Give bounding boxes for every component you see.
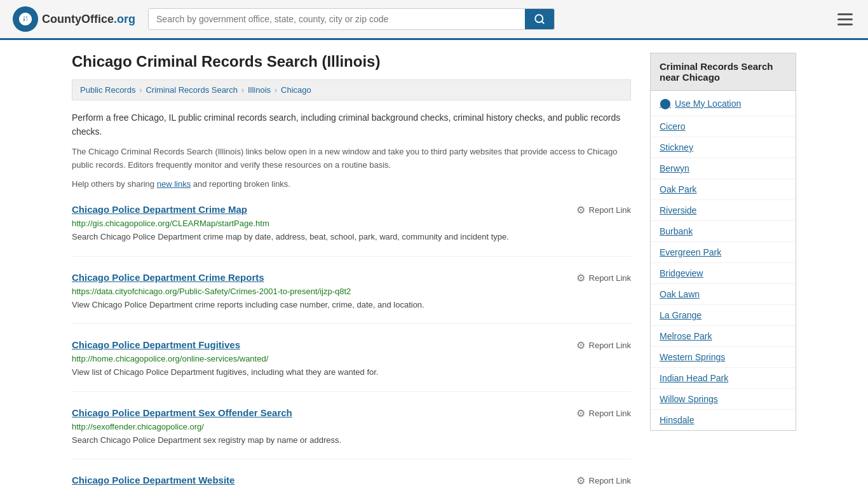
report-icon-4: ⚙ xyxy=(576,475,585,487)
result-desc-2: View list of Chicago Police Department f… xyxy=(72,366,631,379)
result-title-4[interactable]: Chicago Police Department Website xyxy=(72,475,234,485)
sidebar-content: ⬤ Use My Location CiceroStickneyBerwynOa… xyxy=(650,90,796,431)
breadcrumb-chicago[interactable]: Chicago xyxy=(281,85,311,95)
report-icon-1: ⚙ xyxy=(576,272,585,284)
result-url-0[interactable]: http://gis.chicagopolice.org/CLEARMap/st… xyxy=(72,219,631,228)
report-label-0: Report Link xyxy=(589,205,631,215)
result-item: Chicago Police Department Fugitives ⚙ Re… xyxy=(72,339,631,392)
result-desc-1: View Chicago Police Department crime rep… xyxy=(72,299,631,311)
sidebar-city-indian-head-park[interactable]: Indian Head Park xyxy=(651,368,796,389)
results-list: Chicago Police Department Crime Map ⚙ Re… xyxy=(72,204,631,488)
breadcrumb-public-records[interactable]: Public Records xyxy=(80,85,135,95)
logo-text: CountyOffice.org xyxy=(42,13,135,26)
report-icon-3: ⚙ xyxy=(576,407,585,419)
new-links-link[interactable]: new links xyxy=(157,179,191,189)
report-icon-2: ⚙ xyxy=(576,339,585,351)
report-label-4: Report Link xyxy=(589,476,631,485)
search-input[interactable] xyxy=(149,9,525,29)
result-title-row: Chicago Police Department Website ⚙ Repo… xyxy=(72,475,631,487)
intro-text: Perform a free Chicago, IL public crimin… xyxy=(72,111,631,139)
report-link-2[interactable]: ⚙ Report Link xyxy=(576,339,631,351)
content-area: Chicago Criminal Records Search (Illinoi… xyxy=(72,53,631,488)
use-location-button[interactable]: ⬤ Use My Location xyxy=(651,91,796,116)
sidebar-city-riverside[interactable]: Riverside xyxy=(651,200,796,221)
use-location-label: Use My Location xyxy=(675,98,741,109)
sidebar-city-burbank[interactable]: Burbank xyxy=(651,221,796,242)
result-item: Chicago Police Department Crime Map ⚙ Re… xyxy=(72,204,631,257)
result-item: Chicago Police Department Crime Reports … xyxy=(72,272,631,325)
report-link-1[interactable]: ⚙ Report Link xyxy=(576,272,631,284)
report-label-3: Report Link xyxy=(589,409,631,418)
logo[interactable]: CO CountyOffice.org xyxy=(13,6,135,32)
svg-text:CO: CO xyxy=(21,17,31,24)
sidebar-city-cicero[interactable]: Cicero xyxy=(651,116,796,137)
main-layout: Chicago Criminal Records Search (Illinoi… xyxy=(59,40,809,488)
result-url-2[interactable]: http://home.chicagopolice.org/online-ser… xyxy=(72,354,631,363)
sidebar-city-hinsdale[interactable]: Hinsdale xyxy=(651,410,796,430)
report-link-0[interactable]: ⚙ Report Link xyxy=(576,204,631,216)
breadcrumb: Public Records › Criminal Records Search… xyxy=(72,79,631,100)
result-title-0[interactable]: Chicago Police Department Crime Map xyxy=(72,204,247,215)
result-title-row: Chicago Police Department Crime Map ⚙ Re… xyxy=(72,204,631,216)
search-button[interactable] xyxy=(525,9,554,29)
help-before: Help others by sharing xyxy=(72,179,157,189)
result-title-3[interactable]: Chicago Police Department Sex Offender S… xyxy=(72,407,292,418)
report-label-2: Report Link xyxy=(589,341,631,350)
result-desc-0: Search Chicago Police Department crime m… xyxy=(72,231,631,243)
sidebar-city-oak-lawn[interactable]: Oak Lawn xyxy=(651,284,796,305)
result-url-1[interactable]: https://data.cityofchicago.org/Public-Sa… xyxy=(72,287,631,296)
report-link-4[interactable]: ⚙ Report Link xyxy=(576,475,631,487)
result-title-row: Chicago Police Department Sex Offender S… xyxy=(72,407,631,419)
logo-icon: CO xyxy=(13,6,38,32)
sidebar-city-western-springs[interactable]: Western Springs xyxy=(651,347,796,368)
report-link-3[interactable]: ⚙ Report Link xyxy=(576,407,631,419)
sidebar-city-willow-springs[interactable]: Willow Springs xyxy=(651,389,796,410)
result-title-row: Chicago Police Department Fugitives ⚙ Re… xyxy=(72,339,631,351)
breadcrumb-illinois[interactable]: Illinois xyxy=(248,85,271,95)
help-text: Help others by sharing new links and rep… xyxy=(72,178,631,191)
search-bar xyxy=(148,8,555,30)
help-after: and reporting broken links. xyxy=(191,179,290,189)
result-title-2[interactable]: Chicago Police Department Fugitives xyxy=(72,339,240,350)
breadcrumb-sep-3: › xyxy=(275,86,277,95)
sidebar: Criminal Records Search near Chicago ⬤ U… xyxy=(650,53,796,488)
sidebar-city-berwyn[interactable]: Berwyn xyxy=(651,158,796,179)
result-title-1[interactable]: Chicago Police Department Crime Reports xyxy=(72,272,264,283)
report-label-1: Report Link xyxy=(589,273,631,283)
report-icon-0: ⚙ xyxy=(576,204,585,216)
sidebar-city-melrose-park[interactable]: Melrose Park xyxy=(651,326,796,347)
sidebar-cities: CiceroStickneyBerwynOak ParkRiversideBur… xyxy=(651,116,796,430)
sidebar-title: Criminal Records Search near Chicago xyxy=(650,53,796,90)
sidebar-city-stickney[interactable]: Stickney xyxy=(651,137,796,158)
breadcrumb-sep-2: › xyxy=(241,86,244,95)
result-item: Chicago Police Department Website ⚙ Repo… xyxy=(72,475,631,488)
sidebar-city-oak-park[interactable]: Oak Park xyxy=(651,179,796,200)
sidebar-city-evergreen-park[interactable]: Evergreen Park xyxy=(651,242,796,263)
menu-button[interactable] xyxy=(835,11,855,28)
site-header: CO CountyOffice.org xyxy=(0,0,868,40)
breadcrumb-criminal-records-search[interactable]: Criminal Records Search xyxy=(146,85,238,95)
result-title-row: Chicago Police Department Crime Reports … xyxy=(72,272,631,284)
breadcrumb-sep-1: › xyxy=(139,86,142,95)
result-url-3[interactable]: http://sexoffender.chicagopolice.org/ xyxy=(72,422,631,431)
page-title: Chicago Criminal Records Search (Illinoi… xyxy=(72,53,631,71)
result-item: Chicago Police Department Sex Offender S… xyxy=(72,407,631,460)
result-desc-3: Search Chicago Police Department sex reg… xyxy=(72,434,631,447)
sidebar-city-la-grange[interactable]: La Grange xyxy=(651,305,796,326)
location-pin-icon: ⬤ xyxy=(660,97,671,109)
disclaimer-text: The Chicago Criminal Records Search (Ill… xyxy=(72,146,631,172)
sidebar-city-bridgeview[interactable]: Bridgeview xyxy=(651,263,796,284)
